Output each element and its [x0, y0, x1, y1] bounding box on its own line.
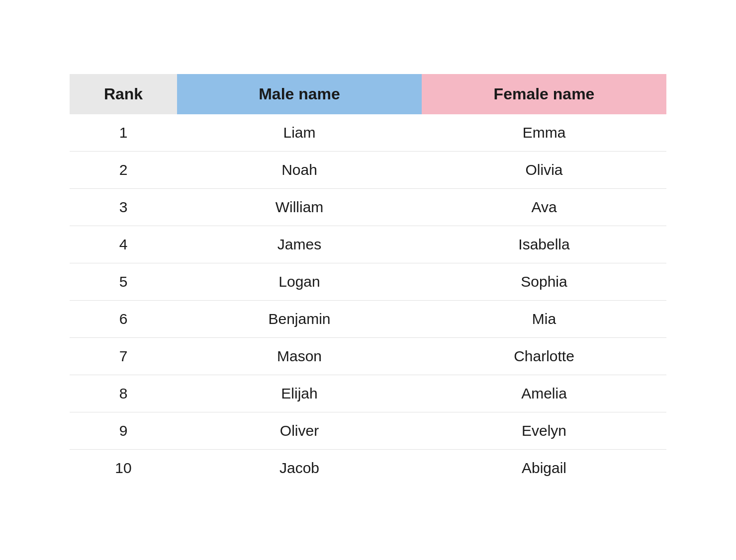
table-row: 10JacobAbigail: [70, 449, 666, 486]
female-column-header: Female name: [422, 74, 666, 114]
table-row: 8ElijahAmelia: [70, 375, 666, 412]
rank-cell: 5: [70, 263, 177, 300]
table-row: 9OliverEvelyn: [70, 412, 666, 449]
rank-cell: 7: [70, 337, 177, 375]
rank-column-header: Rank: [70, 74, 177, 114]
male-name-cell: William: [177, 188, 422, 226]
names-table: Rank Male name Female name 1LiamEmma2Noa…: [70, 74, 666, 486]
table-row: 2NoahOlivia: [70, 151, 666, 188]
female-name-cell: Charlotte: [422, 337, 666, 375]
female-name-cell: Sophia: [422, 263, 666, 300]
male-name-cell: Elijah: [177, 375, 422, 412]
table-header-row: Rank Male name Female name: [70, 74, 666, 114]
male-name-cell: Jacob: [177, 449, 422, 486]
table-row: 5LoganSophia: [70, 263, 666, 300]
female-name-cell: Olivia: [422, 151, 666, 188]
female-name-cell: Amelia: [422, 375, 666, 412]
rank-cell: 8: [70, 375, 177, 412]
male-name-cell: Liam: [177, 114, 422, 152]
male-column-header: Male name: [177, 74, 422, 114]
female-name-cell: Emma: [422, 114, 666, 152]
table-row: 6BenjaminMia: [70, 300, 666, 337]
table-row: 1LiamEmma: [70, 114, 666, 152]
table-row: 7MasonCharlotte: [70, 337, 666, 375]
male-name-cell: Noah: [177, 151, 422, 188]
female-name-cell: Ava: [422, 188, 666, 226]
female-name-cell: Mia: [422, 300, 666, 337]
male-name-cell: Logan: [177, 263, 422, 300]
female-name-cell: Isabella: [422, 226, 666, 263]
rank-cell: 2: [70, 151, 177, 188]
male-name-cell: Mason: [177, 337, 422, 375]
male-name-cell: Oliver: [177, 412, 422, 449]
female-name-cell: Evelyn: [422, 412, 666, 449]
rank-cell: 1: [70, 114, 177, 152]
rank-cell: 3: [70, 188, 177, 226]
rank-cell: 6: [70, 300, 177, 337]
table-row: 3WilliamAva: [70, 188, 666, 226]
rank-cell: 10: [70, 449, 177, 486]
female-name-cell: Abigail: [422, 449, 666, 486]
table-container: Rank Male name Female name 1LiamEmma2Noa…: [70, 74, 666, 486]
table-row: 4JamesIsabella: [70, 226, 666, 263]
male-name-cell: James: [177, 226, 422, 263]
male-name-cell: Benjamin: [177, 300, 422, 337]
rank-cell: 9: [70, 412, 177, 449]
rank-cell: 4: [70, 226, 177, 263]
